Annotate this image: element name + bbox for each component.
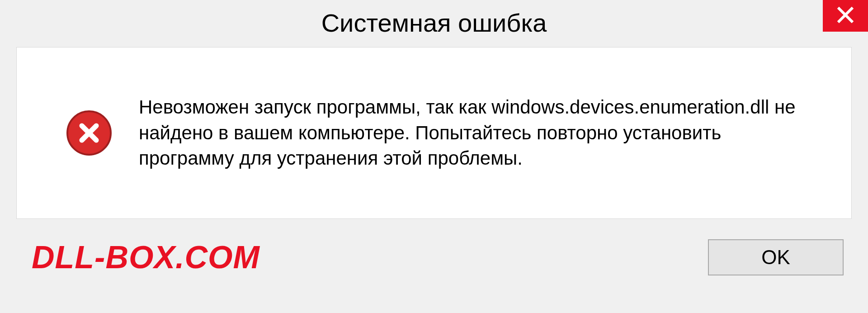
titlebar: Системная ошибка xyxy=(0,0,868,45)
error-message: Невозможен запуск программы, так как win… xyxy=(139,95,820,171)
close-button[interactable] xyxy=(823,0,868,32)
dialog-title: Системная ошибка xyxy=(321,8,547,38)
ok-button[interactable]: OK xyxy=(708,239,844,275)
error-icon xyxy=(66,110,112,156)
error-icon-container xyxy=(66,110,112,156)
dialog-content: Невозможен запуск программы, так как win… xyxy=(16,47,852,219)
error-dialog: Системная ошибка Невозможен запуск прогр… xyxy=(0,0,868,313)
close-icon xyxy=(836,6,854,26)
dialog-footer: DLL-BOX.COM OK xyxy=(0,219,868,296)
watermark-text: DLL-BOX.COM xyxy=(32,239,260,275)
